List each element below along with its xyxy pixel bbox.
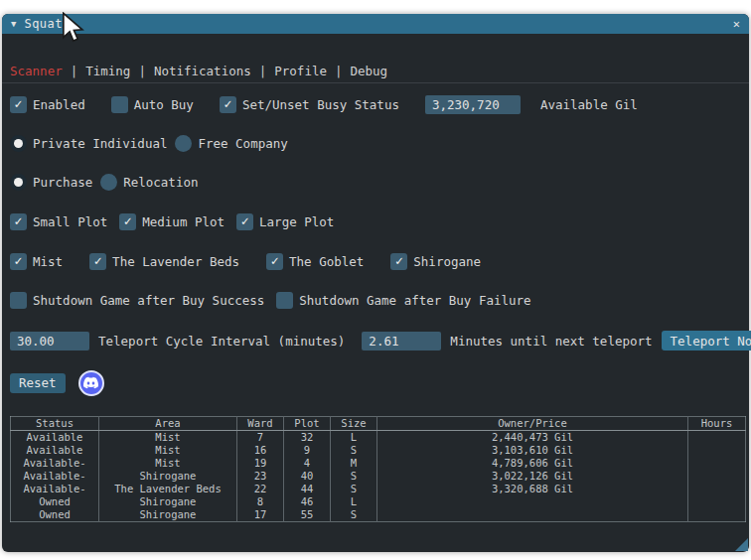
table-cell: M bbox=[331, 457, 377, 470]
column-header: Ward bbox=[237, 417, 284, 431]
checkbox-box[interactable]: ✓ bbox=[111, 96, 128, 113]
table-cell: 44 bbox=[284, 483, 331, 495]
results-table-header: StatusAreaWardPlotSizeOwner/PriceHours bbox=[11, 417, 746, 431]
squat-window: ▼ Squat ✕ Scanner | Timing | Notificatio… bbox=[2, 14, 749, 552]
purchase-radio[interactable]: Purchase bbox=[10, 174, 92, 191]
collapse-icon[interactable]: ▼ bbox=[11, 19, 16, 29]
table-cell bbox=[688, 457, 746, 470]
mist-checkbox[interactable]: ✓ Mist bbox=[10, 253, 63, 270]
resize-grip-icon[interactable] bbox=[735, 538, 748, 551]
table-cell: 3,320,688 Gil bbox=[377, 483, 688, 495]
small-plot-checkbox[interactable]: ✓ Small Plot bbox=[10, 213, 107, 230]
enabled-checkbox[interactable]: ✓ Enabled bbox=[10, 96, 85, 113]
checkbox-box[interactable]: ✓ bbox=[236, 213, 253, 230]
large-plot-checkbox[interactable]: ✓ Large Plot bbox=[236, 213, 334, 230]
table-cell: S bbox=[331, 470, 377, 483]
table-cell: 3,103,610 Gil bbox=[377, 444, 688, 457]
table-cell: Available bbox=[11, 431, 99, 445]
table-cell bbox=[377, 508, 688, 522]
tab-timing[interactable]: Timing bbox=[85, 64, 130, 78]
column-header: Owner/Price bbox=[377, 417, 688, 431]
checkbox-box[interactable]: ✓ bbox=[266, 253, 283, 270]
table-row[interactable]: Available-Mist194M4,789,606 Gil bbox=[11, 457, 746, 470]
window-title: Squat bbox=[24, 17, 63, 31]
available-gil-input[interactable] bbox=[425, 95, 521, 114]
actions-row: Reset bbox=[10, 369, 741, 396]
check-icon: ✓ bbox=[15, 97, 23, 110]
column-header: Size bbox=[331, 417, 377, 431]
radio-label: Free Company bbox=[198, 136, 287, 151]
table-cell: 40 bbox=[284, 470, 331, 483]
table-row[interactable]: Available-The Lavender Beds2244S3,320,68… bbox=[11, 483, 746, 495]
checkbox-label: Set/Unset Busy Status bbox=[242, 97, 399, 112]
reset-button[interactable]: Reset bbox=[10, 373, 66, 393]
lavender-beds-checkbox[interactable]: ✓ The Lavender Beds bbox=[89, 253, 239, 270]
radio-label: Purchase bbox=[33, 175, 92, 190]
table-cell: Mist bbox=[99, 431, 237, 445]
table-cell: L bbox=[331, 431, 377, 445]
table-row[interactable]: AvailableMist732L2,440,473 Gil bbox=[11, 431, 746, 445]
table-cell: 9 bbox=[284, 444, 331, 457]
discord-button[interactable] bbox=[78, 370, 104, 396]
shutdown-failure-checkbox[interactable]: ✓ Shutdown Game after Buy Failure bbox=[276, 292, 530, 309]
table-row[interactable]: OwnedShirogane1755S bbox=[11, 508, 746, 522]
auto-buy-checkbox[interactable]: ✓ Auto Buy bbox=[111, 96, 194, 113]
table-cell: S bbox=[331, 483, 377, 495]
title-bar[interactable]: ▼ Squat ✕ bbox=[2, 14, 749, 34]
checkbox-box[interactable]: ✓ bbox=[390, 253, 407, 270]
tab-separator: | bbox=[130, 64, 154, 78]
check-icon: ✓ bbox=[15, 254, 23, 267]
next-teleport-input[interactable] bbox=[362, 332, 441, 350]
tab-debug[interactable]: Debug bbox=[351, 64, 388, 78]
checkbox-box[interactable]: ✓ bbox=[10, 253, 27, 270]
private-individual-radio[interactable]: Private Individual bbox=[10, 135, 167, 152]
checkbox-box[interactable]: ✓ bbox=[276, 292, 293, 309]
table-cell: Mist bbox=[99, 457, 237, 470]
table-cell: Shirogane bbox=[99, 495, 237, 508]
relocation-radio[interactable]: Relocation bbox=[100, 174, 198, 191]
window-content: Scanner | Timing | Notifications | Profi… bbox=[2, 34, 749, 552]
teleport-cycle-input[interactable] bbox=[10, 332, 89, 350]
shutdown-row: ✓ Shutdown Game after Buy Success ✓ Shut… bbox=[10, 291, 741, 310]
checkbox-box[interactable]: ✓ bbox=[10, 96, 27, 113]
table-cell: L bbox=[331, 495, 377, 508]
tab-profile[interactable]: Profile bbox=[274, 64, 327, 78]
tab-scanner[interactable]: Scanner bbox=[10, 64, 63, 78]
teleport-now-button[interactable]: Teleport Now bbox=[662, 331, 751, 350]
checkbox-box[interactable]: ✓ bbox=[10, 292, 27, 309]
checkbox-box[interactable]: ✓ bbox=[220, 96, 236, 113]
check-icon: ✓ bbox=[271, 254, 279, 267]
shutdown-success-checkbox[interactable]: ✓ Shutdown Game after Buy Success bbox=[10, 292, 264, 309]
checkbox-label: Enabled bbox=[33, 97, 85, 112]
checkbox-box[interactable]: ✓ bbox=[119, 213, 136, 230]
checkbox-box[interactable]: ✓ bbox=[89, 253, 106, 270]
free-company-radio[interactable]: Free Company bbox=[175, 135, 287, 152]
checkbox-label: Medium Plot bbox=[142, 214, 225, 229]
checkbox-label: Mist bbox=[33, 254, 63, 269]
column-header: Area bbox=[99, 417, 237, 431]
radio-circle[interactable] bbox=[10, 135, 27, 152]
shirogane-checkbox[interactable]: ✓ Shirogane bbox=[390, 253, 481, 270]
close-icon[interactable]: ✕ bbox=[733, 17, 740, 31]
table-cell: 22 bbox=[237, 483, 284, 495]
table-cell: S bbox=[331, 508, 377, 522]
medium-plot-checkbox[interactable]: ✓ Medium Plot bbox=[119, 213, 225, 230]
tab-notifications[interactable]: Notifications bbox=[154, 64, 251, 78]
available-gil-label: Available Gil bbox=[540, 97, 638, 112]
table-cell: S bbox=[331, 444, 377, 457]
radio-circle[interactable] bbox=[175, 135, 192, 152]
table-cell: Available- bbox=[11, 470, 99, 483]
table-cell bbox=[688, 483, 746, 495]
goblet-checkbox[interactable]: ✓ The Goblet bbox=[266, 253, 364, 270]
table-row[interactable]: AvailableMist169S3,103,610 Gil bbox=[11, 444, 746, 457]
radio-circle[interactable] bbox=[10, 174, 27, 191]
checkbox-box[interactable]: ✓ bbox=[10, 213, 27, 230]
table-row[interactable]: OwnedShirogane846L bbox=[11, 495, 746, 508]
radio-circle[interactable] bbox=[100, 174, 117, 191]
table-cell: 16 bbox=[237, 444, 284, 457]
table-cell bbox=[377, 495, 688, 508]
table-cell: 8 bbox=[237, 495, 284, 508]
busy-status-checkbox[interactable]: ✓ Set/Unset Busy Status bbox=[220, 96, 399, 113]
table-row[interactable]: Available-Shirogane2340S3,022,126 Gil bbox=[11, 470, 746, 483]
table-cell bbox=[688, 470, 746, 483]
